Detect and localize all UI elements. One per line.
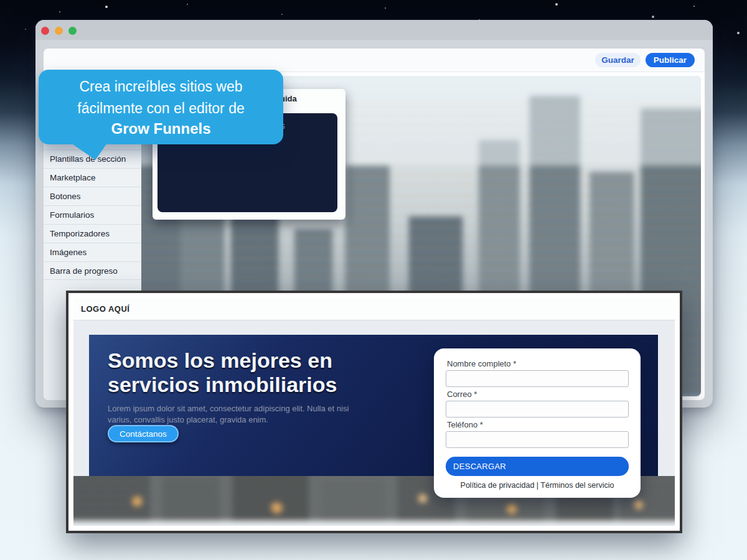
starfield (0, 0, 1, 1)
editor-tooltip-callout: Crea increíbles sitios web fácilmente co… (39, 70, 283, 144)
field-label-telefono: Teléfono * (447, 420, 629, 429)
tooltip-brand-name: Grow Funnels (111, 120, 210, 138)
sidebar-item-botones[interactable]: Botones (44, 187, 141, 205)
sidebar-item-formularios[interactable]: Formularios (44, 205, 141, 224)
landing-body: Somos los mejores en servicios inmobilia… (73, 320, 675, 526)
window-titlebar[interactable] (35, 20, 713, 40)
editor-toolbar: Guardar Publicar (44, 49, 705, 72)
traffic-lights (41, 27, 77, 35)
minimize-window-icon[interactable] (55, 27, 63, 35)
save-button[interactable]: Guardar (595, 53, 641, 67)
field-label-nombre: Nombre completo * (447, 359, 629, 368)
sidebar-item-imagenes[interactable]: Imágenes (44, 243, 141, 261)
download-button[interactable]: DESCARGAR (446, 457, 629, 476)
tooltip-line-1: Crea increíbles sitios web (79, 77, 242, 96)
hero-title: Somos los mejores en servicios inmobilia… (108, 348, 337, 397)
field-label-correo: Correo * (447, 390, 629, 399)
publish-button[interactable]: Publicar (646, 53, 695, 67)
lead-form-card: Nombre completo * Correo * Teléfono * DE… (434, 348, 641, 498)
logo-placeholder: LOGO AQUÍ (81, 304, 129, 314)
telefono-input[interactable] (446, 431, 629, 448)
sidebar-item-barra-progreso[interactable]: Barra de progreso (44, 261, 141, 280)
hero-paragraph: Lorem ipsum dolor sit amet, consectetur … (108, 403, 349, 426)
nombre-completo-input[interactable] (446, 370, 629, 387)
sidebar-item-temporizadores[interactable]: Temporizadores (44, 224, 141, 243)
sidebar-item-marketplace[interactable]: Marketplace (44, 168, 141, 187)
tooltip-line-2: fácilmente con el editor de (77, 98, 245, 118)
landing-page-preview-window: LOGO AQUÍ Somos los mejores en servicios… (66, 291, 682, 533)
contact-button[interactable]: Contáctanos (108, 425, 179, 442)
maximize-window-icon[interactable] (68, 27, 77, 35)
privacy-terms-links[interactable]: Política de privacidad | Términos del se… (446, 481, 629, 490)
landing-header-bar: LOGO AQUÍ (73, 298, 675, 320)
close-window-icon[interactable] (41, 27, 49, 35)
correo-input[interactable] (446, 401, 629, 418)
